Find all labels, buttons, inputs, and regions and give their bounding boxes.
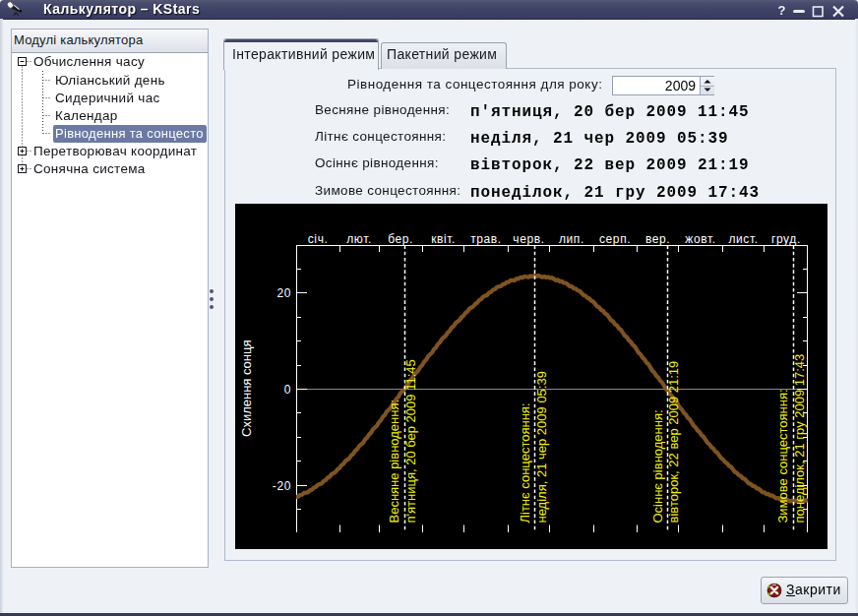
svg-text:квіт.: квіт. (431, 232, 456, 246)
svg-text:Схилення сонця: Схилення сонця (239, 339, 254, 437)
svg-text:неділя, 21 чер 2009 05:39: неділя, 21 чер 2009 05:39 (534, 371, 549, 523)
svg-text:Зимове сонцестояння:: Зимове сонцестояння: (775, 389, 790, 523)
svg-text:понеділок, 21 гру 2009 17:43: понеділок, 21 гру 2009 17:43 (792, 354, 807, 524)
svg-text:лют.: лют. (346, 232, 372, 246)
svg-text:черв.: черв. (513, 232, 544, 246)
svg-text:20: 20 (276, 286, 291, 300)
svg-text:Літнє сонцестояння:: Літнє сонцестояння: (518, 403, 532, 524)
svg-text:0: 0 (284, 383, 291, 397)
svg-text:січ.: січ. (308, 232, 329, 246)
svg-text:лист.: лист. (728, 232, 758, 246)
svg-text:?: ? (778, 3, 786, 18)
svg-text:трав.: трав. (470, 232, 502, 246)
svg-text:груд.: груд. (771, 232, 801, 246)
svg-text:Весняне рівнодення:: Весняне рівнодення: (387, 400, 401, 524)
svg-text:серп.: серп. (599, 232, 631, 246)
svg-text:вер.: вер. (645, 232, 670, 246)
svg-text:бер.: бер. (388, 232, 413, 246)
svg-text:вівторок, 22 вер 2009 21:19: вівторок, 22 вер 2009 21:19 (666, 361, 681, 524)
svg-text:Осіннє рівнодення:: Осіннє рівнодення: (650, 409, 665, 523)
svg-text:п'ятниця, 20 бер 2009 11:45: п'ятниця, 20 бер 2009 11:45 (403, 359, 418, 523)
svg-text:-20: -20 (273, 479, 291, 493)
svg-text:жовт.: жовт. (685, 232, 715, 246)
svg-text:лип.: лип. (559, 232, 584, 246)
